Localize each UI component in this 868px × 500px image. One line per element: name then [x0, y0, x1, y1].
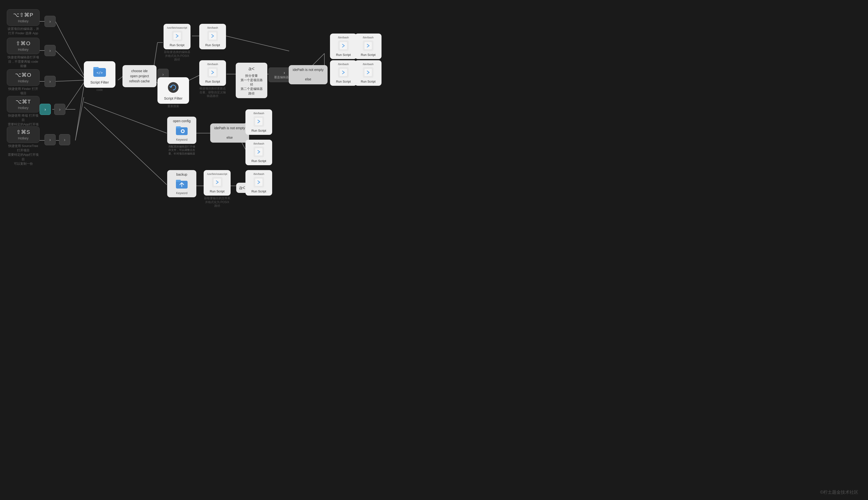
svg-rect-53	[364, 42, 372, 49]
svg-rect-65	[176, 180, 181, 182]
run-script-oc-1[interactable]: /bin/bash Run Script	[246, 109, 272, 135]
arrow-box-5b[interactable]: ›	[59, 134, 70, 145]
hotkey-node-1: ⌥⇧⌘P Hotkey 设置项目的编辑器，并打开 Finder 选择 App	[7, 9, 40, 35]
svg-line-10	[55, 50, 84, 78]
watermark: ©柠土题金技术社区	[820, 489, 858, 495]
svg-line-8	[75, 97, 84, 140]
arrow-box-4b[interactable]: ›	[54, 104, 65, 115]
svg-line-9	[55, 21, 84, 75]
arrow-box-2[interactable]: ›	[44, 45, 56, 56]
arrow-box-3[interactable]: ›	[44, 76, 56, 87]
condition-node-2: idePath is not emptyelse	[210, 123, 249, 143]
svg-line-31	[84, 107, 167, 185]
svg-line-35	[226, 36, 289, 51]
svg-rect-55	[364, 69, 372, 76]
keyword-backup[interactable]: backup Keyword	[167, 170, 196, 197]
hotkey-node-2: ⇧⌘O Hotkey 快捷使用编辑器打开项目，不需要再输 code 前缀	[7, 38, 40, 69]
svg-rect-69	[255, 178, 263, 186]
svg-rect-49	[339, 42, 347, 49]
split-var-node: a< 拆分变量第一个是项目路径第二个是编辑器路径	[236, 63, 267, 98]
svg-rect-67	[213, 178, 221, 186]
arrow-box-5a[interactable]: ›	[44, 134, 56, 145]
svg-rect-39	[93, 67, 99, 69]
script-filter-code[interactable]: </> Script Filter code	[84, 61, 115, 92]
run-script-bash-2[interactable]: /bin/bash Run Script 根据项目路径更新点击量、获取自定义编辑…	[199, 60, 226, 98]
arrow-box-1[interactable]: ›	[44, 16, 56, 27]
filter-options-box: choose ideopen projectrefresh cache	[123, 65, 157, 87]
svg-point-59	[182, 130, 184, 132]
run-script-bash-1[interactable]: /bin/bash Run Script	[199, 24, 226, 49]
run-script-far-right-2[interactable]: /bin/bash Run Script	[330, 60, 357, 86]
run-script-vfar-1[interactable]: /bin/bash Run Script	[355, 34, 382, 59]
condition-node-main: idePath is not emptyelse	[289, 65, 328, 84]
svg-line-11	[55, 80, 84, 81]
re-search-script-filter[interactable]: Script Filter 重新搜索	[157, 77, 189, 109]
svg-text:</>: </>	[97, 71, 103, 75]
svg-rect-42	[173, 32, 181, 40]
keyword-open-config[interactable]: open config Keyword 用配置的编辑器打开储存文件，可以调整点击…	[167, 117, 196, 155]
svg-rect-47	[209, 69, 216, 76]
run-script-far-right-1[interactable]: /bin/bash Run Script	[330, 34, 357, 59]
svg-point-45	[168, 82, 179, 93]
run-script-backup-bash[interactable]: /bin/bash Run Script	[246, 170, 272, 196]
svg-line-13	[75, 86, 84, 140]
svg-rect-63	[255, 148, 263, 156]
svg-line-27	[84, 102, 167, 133]
svg-rect-44	[209, 32, 216, 40]
run-script-osascript-1[interactable]: /usr/bin/osascript Run Script 获取要选择的编辑器并…	[164, 24, 191, 62]
hotkey-node-5: ⇧⌘S Hotkey 快捷使用 SourceTree 打开项目 需要特定的App…	[7, 126, 40, 166]
svg-rect-61	[255, 117, 263, 125]
hotkey-node-3: ⌥⌘O Hotkey 快捷使用 Finder 打开项目	[7, 69, 40, 95]
svg-rect-57	[176, 126, 181, 128]
run-script-oc-2[interactable]: /bin/bash Run Script	[246, 140, 272, 165]
arrow-box-4a[interactable]: ›	[40, 104, 51, 115]
run-script-backup-osascript[interactable]: /usr/bin/osascript Run Script 获取要输出的文件夹并…	[204, 170, 230, 208]
svg-line-12	[66, 83, 84, 109]
run-script-vfar-2[interactable]: /bin/bash Run Script	[355, 60, 382, 86]
svg-rect-51	[339, 69, 347, 76]
